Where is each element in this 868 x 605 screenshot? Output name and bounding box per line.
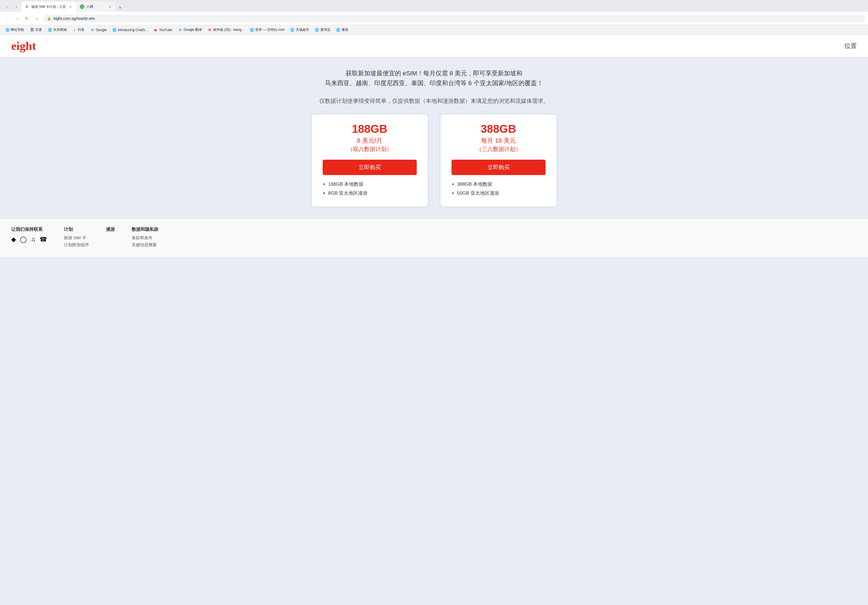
footer-roaming: 漫游 [106, 226, 115, 235]
hero-subtitle: 仅数据计划使事情变得简单，仅提供数据（本地和漫游数据）来满足您的浏览和流媒体需求… [0, 96, 868, 114]
tab-favicon-1: 8 [25, 5, 29, 9]
plan-header-1: 188GB 8 美元/月 （双八数据计划） [322, 123, 417, 153]
bookmark-icon-taobao: 🌐 [315, 28, 319, 32]
bookmark-inbox[interactable]: M 收件箱 (25) - wang... [205, 26, 246, 33]
bookmark-icon-google: G [90, 28, 95, 32]
footer-plans: 计划 旅游 SIM 卡 计划附加组件 [64, 226, 89, 249]
bookmark-taobao[interactable]: 🌐 爱淘宝 [313, 26, 333, 33]
tab-title-2: 八网 [87, 5, 105, 9]
plan-feature-1-2: 8GB 亚太地区漫游 [328, 189, 417, 197]
home-button[interactable]: ⌂ [33, 15, 41, 22]
whatsapp-link[interactable]: ☎ [39, 236, 47, 243]
bookmark-icon-chatg: 🌐 [112, 28, 117, 32]
plan-gb-1: 188GB [322, 123, 417, 135]
plan-name-1: （双八数据计划） [322, 145, 417, 153]
plan-features-1: 188GB 本地数据 8GB 亚太地区漫游 [322, 181, 417, 197]
bookmark-label-wangzhi: 网址导航 [11, 28, 24, 32]
bookmark-baitebi[interactable]: 🌐 登录 — 百特白.com [247, 26, 287, 33]
footer-roaming-title: 漫游 [106, 226, 115, 233]
footer-legal-key-info[interactable]: 关键信息摘要 [132, 242, 158, 248]
plan-features-2: 388GB 本地数据 50GB 亚太地区漫游 [451, 181, 546, 197]
tab-title-1: 旅游 SIM 卡计划 - 八页 [31, 5, 66, 9]
bookmark-label-chatg: Introducing ChatG... [118, 28, 148, 32]
bookmark-douyin[interactable]: ♪ 抖音 [70, 26, 87, 33]
footer-plans-addons[interactable]: 计划附加组件 [64, 242, 89, 248]
bookmark-label-youtube: YouTube [159, 28, 172, 32]
plan-name-2: （三八数据计划） [451, 145, 546, 153]
bookmark-icon-youtube: ▶ [153, 28, 158, 32]
plan-card-2: 388GB 每月 18 美元 （三八数据计划） 立即购买 388GB 本地数据 … [440, 114, 557, 207]
lock-icon: 🔒 [47, 17, 51, 20]
bookmark-icon-reset: 🌐 [336, 28, 341, 32]
back-button[interactable]: ← [3, 15, 11, 22]
footer-legal: 数据和隐私政 条款和条件 关键信息摘要 [132, 226, 158, 249]
forward-button[interactable]: → [13, 15, 21, 22]
bookmark-label-baitebi: 登录 — 百特白.com [255, 28, 285, 32]
bookmark-label-jd: 京东商城 [53, 28, 67, 32]
instagram-link[interactable]: ◯ [20, 236, 27, 243]
hero-section: 获取新加坡最便宜的 eSIM！每月仅需 8 美元，即可享受新加坡和 马来西亚、越… [0, 57, 868, 96]
plan-price-1: 8 美元/月 [322, 137, 417, 145]
tab-close-2[interactable]: ✕ [108, 5, 112, 9]
bookmark-label-taobao: 爱淘宝 [321, 28, 330, 32]
bookmark-icon-baitebi: 🌐 [250, 28, 254, 32]
url-bar[interactable]: 🔒 eight.com.sg/tourist-sim [43, 15, 865, 22]
bookmark-label-reset: 重装 [342, 28, 349, 32]
reload-button[interactable]: ↻ [23, 15, 31, 22]
browser-chrome: ‹ › 8 旅游 SIM 卡计划 - 八页 ✕ 八 八网 ✕ + ← → ↻ [0, 0, 868, 35]
footer-plans-tourist-sim[interactable]: 旅游 SIM 卡 [64, 235, 89, 240]
tab-favicon-2: 八 [80, 5, 84, 9]
footer-legal-title: 数据和隐私政 [132, 226, 158, 233]
footer-plans-title: 计划 [64, 226, 89, 233]
footer-legal-terms[interactable]: 条款和条件 [132, 235, 158, 240]
bookmark-icon-baidu: 百 [30, 28, 34, 32]
browser-tab-2[interactable]: 八 八网 ✕ [76, 2, 116, 12]
site-logo[interactable]: eight [11, 39, 36, 53]
page-content: eight 位置 获取新加坡最便宜的 eSIM！每月仅需 8 美元，即可享受新加… [0, 35, 868, 605]
bookmark-icon-jd: 🌐 [48, 28, 52, 32]
plan-header-2: 388GB 每月 18 美元 （三八数据计划） [451, 123, 546, 153]
tab-group: 8 旅游 SIM 卡计划 - 八页 ✕ 八 八网 ✕ + [21, 2, 865, 12]
bookmark-baidu[interactable]: 百 百度 [28, 26, 44, 33]
site-footer: 让我们保持联系  📷 ♫ 📱 ◆ ◯ ♫ ☎ 计划 旅游 SIM 卡 计划附加… [0, 219, 868, 257]
plan-card-1: 188GB 8 美元/月 （双八数据计划） 立即购买 188GB 本地数据 8G… [311, 114, 429, 207]
hero-subtitle-text: 仅数据计划使事情变得简单，仅提供数据（本地和漫游数据）来满足您的浏览和流媒体需求… [6, 96, 862, 105]
plan-feature-2-1: 388GB 本地数据 [457, 181, 546, 188]
bookmark-icon-wangzhi: 🌐 [5, 28, 9, 32]
url-text: eight.com.sg/tourist-sim [54, 16, 95, 21]
bookmark-reset[interactable]: 🌐 重装 [334, 26, 351, 33]
header-location[interactable]: 位置 [845, 42, 857, 50]
buy-button-2[interactable]: 立即购买 [451, 160, 546, 175]
bookmark-icon-translate: G [178, 28, 182, 32]
bookmark-youtube[interactable]: ▶ YouTube [151, 27, 175, 33]
tab-close-1[interactable]: ✕ [68, 5, 73, 9]
bookmark-label-douyin: 抖音 [78, 28, 85, 32]
footer-contact-title: 让我们保持联系 [11, 226, 47, 233]
bookmark-jd[interactable]: 🌐 京东商城 [45, 26, 69, 33]
plan-feature-1-1: 188GB 本地数据 [328, 181, 417, 188]
tab-bar: ‹ › 8 旅游 SIM 卡计划 - 八页 ✕ 八 八网 ✕ + [0, 0, 868, 12]
bookmark-label-translate: Google 翻译 [183, 28, 202, 32]
bookmark-translate[interactable]: G Google 翻译 [176, 26, 204, 33]
tiktok-link[interactable]: ♫ [31, 236, 36, 243]
plan-gb-2: 388GB [451, 123, 546, 135]
bookmark-icon-tmall: 🌐 [290, 28, 294, 32]
tab-nav-forward[interactable]: › [12, 3, 20, 11]
site-header: eight 位置 [0, 35, 868, 57]
bookmark-icon-douyin: ♪ [72, 28, 77, 32]
facebook-link[interactable]: ◆ [11, 236, 16, 243]
bookmark-chatg[interactable]: 🌐 Introducing ChatG... [110, 27, 150, 33]
new-tab-button[interactable]: + [116, 4, 124, 12]
plans-section: 188GB 8 美元/月 （双八数据计划） 立即购买 188GB 本地数据 8G… [0, 114, 868, 219]
bookmark-label-tmall: 天猫超市 [296, 28, 309, 32]
buy-button-1[interactable]: 立即购买 [322, 160, 417, 175]
browser-tab-1[interactable]: 8 旅游 SIM 卡计划 - 八页 ✕ [21, 2, 76, 12]
bookmark-wangzhi[interactable]: 🌐 网址导航 [3, 26, 26, 33]
plan-price-2: 每月 18 美元 [451, 137, 546, 145]
bookmark-label-baidu: 百度 [35, 28, 42, 32]
bookmark-label-google: Google [96, 28, 107, 32]
bookmark-google[interactable]: G Google [88, 27, 109, 33]
bookmark-tmall[interactable]: 🌐 天猫超市 [288, 26, 312, 33]
tab-nav-back[interactable]: ‹ [3, 3, 11, 11]
plan-feature-2-2: 50GB 亚太地区漫游 [457, 189, 546, 197]
